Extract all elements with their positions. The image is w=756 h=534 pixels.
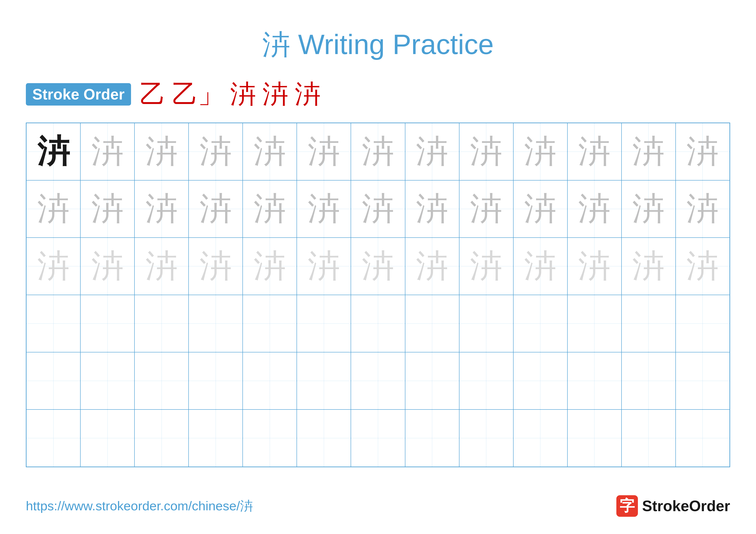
practice-char: 泋 [578, 244, 610, 288]
grid-cell-r5c12[interactable] [622, 352, 676, 410]
grid-cell-r6c3[interactable] [134, 410, 189, 467]
practice-char: 泋 [632, 130, 664, 173]
grid-cell-r5c6[interactable] [297, 352, 351, 410]
grid-cell-r4c3[interactable] [134, 295, 189, 352]
practice-char: 泋 [37, 244, 69, 288]
grid-cell-r4c12[interactable] [622, 295, 676, 352]
grid-cell-r6c10[interactable] [513, 410, 567, 467]
page-title: 泋 Writing Practice [262, 29, 494, 60]
grid-cell-r3c7[interactable]: 泋 [351, 238, 405, 295]
grid-cell-r1c4[interactable]: 泋 [189, 123, 243, 180]
practice-char: 泋 [578, 130, 610, 173]
grid-cell-r1c10[interactable]: 泋 [513, 123, 567, 180]
grid-cell-r4c13[interactable] [676, 295, 730, 352]
grid-cell-r6c11[interactable] [567, 410, 622, 467]
footer-brand: 字 StrokeOrder [616, 495, 730, 517]
grid-cell-r2c9[interactable]: 泋 [459, 180, 513, 238]
grid-cell-r2c10[interactable]: 泋 [513, 180, 567, 238]
grid-cell-r1c5[interactable]: 泋 [243, 123, 297, 180]
grid-cell-r4c4[interactable] [189, 295, 243, 352]
grid-cell-r5c9[interactable] [459, 352, 513, 410]
grid-cell-r2c3[interactable]: 泋 [134, 180, 189, 238]
grid-cell-r2c4[interactable]: 泋 [189, 180, 243, 238]
grid-cell-r3c9[interactable]: 泋 [459, 238, 513, 295]
grid-cell-r5c8[interactable] [405, 352, 459, 410]
grid-cell-r2c5[interactable]: 泋 [243, 180, 297, 238]
grid-cell-r6c2[interactable] [80, 410, 134, 467]
grid-cell-r3c10[interactable]: 泋 [513, 238, 567, 295]
grid-cell-r6c6[interactable] [297, 410, 351, 467]
grid-cell-r3c11[interactable]: 泋 [567, 238, 622, 295]
grid-cell-r3c4[interactable]: 泋 [189, 238, 243, 295]
grid-cell-r3c13[interactable]: 泋 [676, 238, 730, 295]
grid-cell-r3c8[interactable]: 泋 [405, 238, 459, 295]
grid-cell-r5c13[interactable] [676, 352, 730, 410]
title-english: Writing Practice [298, 29, 494, 60]
grid-cell-r4c1[interactable] [26, 295, 80, 352]
grid-cell-r3c5[interactable]: 泋 [243, 238, 297, 295]
grid-cell-r4c2[interactable] [80, 295, 134, 352]
grid-cell-r2c11[interactable]: 泋 [567, 180, 622, 238]
grid-cell-r2c2[interactable]: 泋 [80, 180, 134, 238]
page: 泋 Writing Practice Stroke Order 乙 乙」 泋 泋… [0, 0, 756, 534]
grid-cell-r2c1[interactable]: 泋 [26, 180, 80, 238]
practice-char: 泋 [416, 130, 448, 173]
grid-cell-r4c11[interactable] [567, 295, 622, 352]
grid-cell-r1c11[interactable]: 泋 [567, 123, 622, 180]
practice-char: 泋 [632, 187, 664, 231]
brand-icon-char: 字 [620, 496, 635, 516]
practice-char: 泋 [92, 187, 124, 231]
grid-cell-r1c12[interactable]: 泋 [622, 123, 676, 180]
grid-cell-r1c9[interactable]: 泋 [459, 123, 513, 180]
grid-cell-r6c1[interactable] [26, 410, 80, 467]
practice-char: 泋 [200, 130, 232, 173]
grid-cell-r6c4[interactable] [189, 410, 243, 467]
grid-cell-r1c2[interactable]: 泋 [80, 123, 134, 180]
grid-cell-r2c13[interactable]: 泋 [676, 180, 730, 238]
grid-cell-r4c8[interactable] [405, 295, 459, 352]
grid-cell-r1c8[interactable]: 泋 [405, 123, 459, 180]
grid-cell-r4c7[interactable] [351, 295, 405, 352]
grid-cell-r1c1[interactable]: 泋 [26, 123, 80, 180]
title-area: 泋 Writing Practice [26, 26, 730, 64]
grid-cell-r6c7[interactable] [351, 410, 405, 467]
grid-cell-r3c6[interactable]: 泋 [297, 238, 351, 295]
practice-char: 泋 [632, 244, 664, 288]
practice-char: 泋 [470, 187, 502, 231]
grid-cell-r5c1[interactable] [26, 352, 80, 410]
stroke-sequence: 乙 乙」 泋 泋 泋 [140, 77, 321, 112]
grid-cell-r5c2[interactable] [80, 352, 134, 410]
grid-cell-r3c3[interactable]: 泋 [134, 238, 189, 295]
grid-cell-r1c6[interactable]: 泋 [297, 123, 351, 180]
grid-cell-r4c5[interactable] [243, 295, 297, 352]
grid-cell-r5c5[interactable] [243, 352, 297, 410]
grid-cell-r2c12[interactable]: 泋 [622, 180, 676, 238]
grid-cell-r1c7[interactable]: 泋 [351, 123, 405, 180]
grid-cell-r6c5[interactable] [243, 410, 297, 467]
grid-cell-r6c13[interactable] [676, 410, 730, 467]
grid-cell-r4c10[interactable] [513, 295, 567, 352]
grid-cell-r1c13[interactable]: 泋 [676, 123, 730, 180]
grid-cell-r5c11[interactable] [567, 352, 622, 410]
grid-cell-r2c6[interactable]: 泋 [297, 180, 351, 238]
grid-cell-r2c8[interactable]: 泋 [405, 180, 459, 238]
footer-url[interactable]: https://www.strokeorder.com/chinese/泋 [26, 497, 253, 515]
grid-cell-r5c10[interactable] [513, 352, 567, 410]
grid-cell-r1c3[interactable]: 泋 [134, 123, 189, 180]
grid-cell-r5c7[interactable] [351, 352, 405, 410]
grid-cell-r4c9[interactable] [459, 295, 513, 352]
grid-cell-r3c2[interactable]: 泋 [80, 238, 134, 295]
grid-cell-r3c1[interactable]: 泋 [26, 238, 80, 295]
practice-char: 泋 [308, 130, 340, 173]
grid-cell-r4c6[interactable] [297, 295, 351, 352]
grid-cell-r6c8[interactable] [405, 410, 459, 467]
grid-cell-r3c12[interactable]: 泋 [622, 238, 676, 295]
grid-cell-r6c9[interactable] [459, 410, 513, 467]
practice-char: 泋 [470, 130, 502, 173]
grid-cell-r5c4[interactable] [189, 352, 243, 410]
grid-cell-r6c12[interactable] [622, 410, 676, 467]
grid-cell-r2c7[interactable]: 泋 [351, 180, 405, 238]
stroke-order-row: Stroke Order 乙 乙」 泋 泋 泋 [26, 77, 730, 112]
grid-cell-r5c3[interactable] [134, 352, 189, 410]
stroke-order-badge: Stroke Order [26, 83, 131, 106]
